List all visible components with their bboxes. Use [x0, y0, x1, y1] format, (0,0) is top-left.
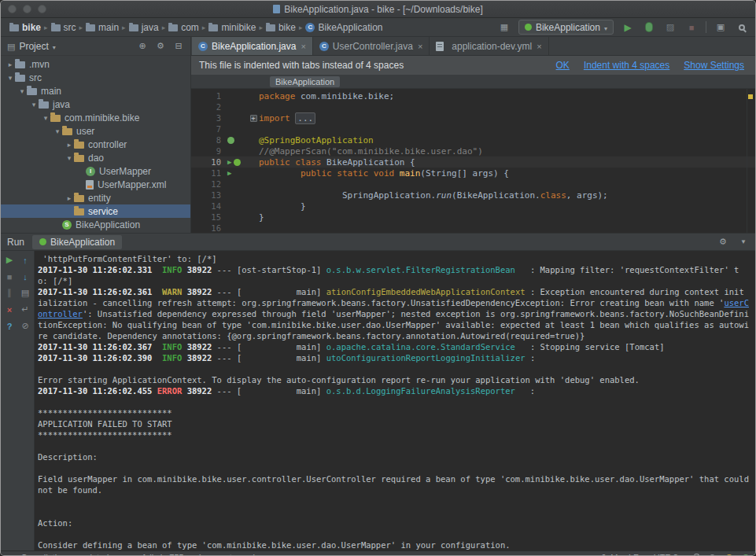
rerun-icon[interactable]: ▶ [3, 255, 16, 265]
clear-icon[interactable]: ⊘ [19, 321, 31, 331]
tab-application-dev-yml[interactable]: application-dev.yml× [430, 37, 548, 55]
tab-usercontroller-java[interactable]: CUserController.java× [313, 37, 430, 55]
zoom-window-button[interactable] [38, 5, 46, 13]
chevron-down-icon[interactable]: ▾ [29, 101, 39, 109]
stop-icon[interactable]: ■ [3, 271, 16, 282]
console-line [38, 440, 749, 451]
encoding-widget[interactable]: UTF-8 [654, 553, 683, 556]
tool-window-icon[interactable] [714, 20, 728, 35]
close-window-button[interactable] [8, 5, 17, 13]
tree-item-dao[interactable]: ▾dao [1, 151, 190, 164]
down-stack-icon[interactable]: ↓ [19, 271, 31, 282]
tree-item-user[interactable]: ▾user [1, 124, 190, 138]
warning-stripe-mark[interactable] [748, 94, 753, 99]
gear-icon[interactable] [717, 237, 728, 247]
minimize-window-button[interactable] [23, 5, 31, 13]
breadcrumb-bikeapplication[interactable]: CBikeApplication [303, 21, 385, 34]
run-tool-window: Run BikeApplication ▶■∥×? ↑↓▤↵⊘ 'httpPut… [1, 233, 755, 550]
chevron-down-icon[interactable]: ▾ [65, 154, 74, 162]
close-icon[interactable]: × [3, 304, 16, 315]
editor-area: CBikeApplication.java×CUserController.ja… [191, 37, 755, 233]
tree-item-main[interactable]: ▾main [1, 84, 190, 98]
breadcrumb-bike[interactable]: bike [7, 21, 43, 34]
tool-buttons-icon[interactable] [497, 20, 511, 35]
fold-expand-icon[interactable]: + [250, 115, 257, 122]
folder-icon [39, 101, 49, 109]
tab-bikeapplication-java[interactable]: CBikeApplication.java× [192, 37, 313, 55]
banner-action-ok[interactable]: OK [556, 60, 570, 71]
chevron-down-icon[interactable]: ▾ [6, 74, 15, 82]
breadcrumb-minibike[interactable]: minibike [206, 21, 258, 34]
tree-item-usermapper-xml[interactable]: UserMapper.xml [1, 178, 190, 191]
class-icon: C [319, 42, 329, 51]
editor-breadcrumb-bar: BikeApplication [191, 75, 755, 89]
collapse-all-icon[interactable] [173, 41, 184, 51]
folder-icon [15, 75, 25, 82]
pause-icon[interactable]: ∥ [3, 288, 16, 298]
project-icon [7, 41, 15, 52]
close-tab-icon[interactable]: × [301, 42, 305, 51]
code-line: 16 [191, 223, 755, 233]
run-tab[interactable]: BikeApplication [32, 235, 122, 249]
class-icon: C [198, 42, 208, 51]
tree-item-src[interactable]: ▾src [1, 71, 190, 84]
debug-button[interactable] [642, 20, 656, 35]
tree-item-bikeapplication[interactable]: SBikeApplication [1, 218, 190, 231]
chevron-down-icon[interactable] [53, 41, 56, 52]
search-everywhere-button[interactable] [735, 20, 749, 35]
line-separator-widget[interactable]: LF [629, 553, 644, 556]
stop-button[interactable] [684, 20, 699, 35]
breadcrumb-com[interactable]: com [166, 21, 201, 34]
chevron-down-icon[interactable]: ▾ [53, 127, 62, 135]
tree-item-controller[interactable]: ▸controller [1, 138, 190, 151]
line-number: 10 [191, 157, 227, 167]
chevron-right-icon[interactable]: ▸ [65, 141, 74, 149]
tree-item-usermapper[interactable]: IUserMapper [1, 164, 190, 178]
tree-item-service[interactable]: service [1, 204, 190, 218]
run-panel-title[interactable]: Run [7, 237, 24, 248]
run-gutter-icon[interactable]: ▶ [227, 158, 231, 166]
breadcrumb-src[interactable]: src [49, 21, 79, 34]
editor-scrollbar[interactable] [747, 89, 755, 233]
console-line: 2017-11-30 11:26:02.367 INFO 38922 --- [… [38, 341, 749, 352]
chevron-down-icon[interactable]: ▾ [41, 114, 50, 122]
banner-action-show-settings[interactable]: Show Settings [684, 60, 744, 71]
tree-item-com-minibike-bike[interactable]: ▾com.minibike.bike [1, 111, 190, 124]
coverage-button[interactable] [663, 20, 677, 35]
bean-gutter-icon[interactable] [227, 137, 234, 144]
banner-actions: OKIndent with 4 spacesShow Settings [556, 60, 747, 71]
close-tab-icon[interactable]: × [418, 42, 422, 51]
banner-action-indent-with-4-spaces[interactable]: Indent with 4 spaces [584, 60, 669, 71]
chevron-down-icon[interactable]: ▾ [17, 87, 27, 95]
help-icon[interactable]: ? [3, 321, 16, 331]
project-panel-title[interactable]: Project [19, 41, 48, 52]
breadcrumb-main[interactable]: main [83, 21, 121, 34]
up-stack-icon[interactable]: ↑ [19, 255, 31, 265]
console-line [38, 506, 749, 517]
restore-layout-icon[interactable]: ▤ [19, 288, 31, 298]
code-editor[interactable]: 1package com.minibike.bike;23+import ...… [191, 89, 755, 233]
close-tab-icon[interactable]: × [537, 42, 541, 51]
tree-item-mvn[interactable]: ▸.mvn [1, 57, 190, 71]
code-line: 1package com.minibike.bike; [191, 90, 755, 101]
run-gutter-icon[interactable]: ▶ [227, 169, 231, 177]
tree-item-java[interactable]: ▾java [1, 98, 190, 111]
tree-item-entity[interactable]: ▸entity [1, 191, 190, 204]
softwrap-icon[interactable]: ↵ [19, 304, 31, 315]
locate-file-icon[interactable] [137, 41, 148, 51]
spring-boot-gutter-icon[interactable] [234, 159, 241, 166]
console-output[interactable]: 'httpPutFormContentFilter' to: [/*]2017-… [35, 251, 755, 550]
interface-icon: I [86, 167, 95, 176]
breadcrumb-class-chip[interactable]: BikeApplication [270, 76, 340, 87]
toolwindow-toggle-icon[interactable] [7, 553, 14, 556]
run-panel-header-icons [717, 237, 749, 247]
gear-icon[interactable] [155, 41, 166, 51]
run-button[interactable] [621, 20, 635, 35]
chevron-right-icon[interactable]: ▸ [65, 194, 74, 202]
folder-icon [266, 24, 275, 31]
chevron-right-icon[interactable]: ▸ [6, 61, 15, 68]
run-configuration-select[interactable]: BikeApplication [518, 20, 614, 35]
hide-panel-icon[interactable] [738, 237, 749, 247]
breadcrumb-bike[interactable]: bike [264, 21, 298, 34]
breadcrumb-java[interactable]: java [127, 21, 161, 34]
